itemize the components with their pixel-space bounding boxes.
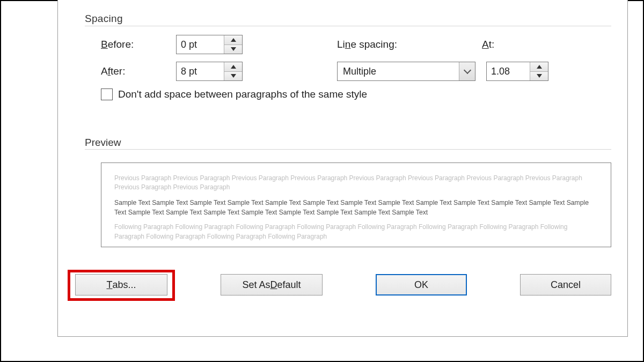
set-as-default-button[interactable]: Set As Default — [221, 274, 323, 295]
after-spinner[interactable] — [176, 62, 243, 81]
before-input[interactable] — [177, 35, 224, 54]
at-input[interactable] — [487, 62, 530, 80]
before-label: Before: — [101, 39, 176, 50]
preview-previous-text: Previous Paragraph Previous Paragraph Pr… — [114, 174, 598, 193]
caret-down-icon — [537, 74, 542, 78]
before-spinner[interactable] — [176, 35, 243, 54]
cancel-button[interactable]: Cancel — [520, 274, 611, 295]
caret-down-icon — [231, 74, 236, 78]
before-spin-down[interactable] — [224, 45, 242, 54]
preview-sample-text: Sample Text Sample Text Sample Text Samp… — [114, 198, 598, 218]
chevron-down-icon — [463, 67, 471, 74]
same-style-checkbox-label: Don't add space between paragraphs of th… — [118, 88, 367, 100]
after-label: After: — [101, 65, 176, 77]
tabs-button[interactable]: Tabs... — [75, 274, 167, 295]
line-spacing-dropdown[interactable]: Multiple — [337, 62, 475, 81]
window-frame: Spacing Before: Line spacing: At: After: — [0, 0, 644, 362]
tabs-button-highlight: Tabs... — [72, 271, 171, 299]
line-spacing-value: Multiple — [338, 62, 459, 80]
preview-following-text: Following Paragraph Following Paragraph … — [114, 223, 598, 241]
caret-up-icon — [537, 65, 542, 69]
caret-up-icon — [231, 65, 236, 69]
caret-up-icon — [231, 38, 236, 42]
dropdown-button[interactable] — [459, 62, 475, 80]
spacing-section-header: Spacing — [85, 13, 611, 26]
caret-down-icon — [231, 47, 236, 51]
at-spin-down[interactable] — [530, 72, 548, 81]
at-label: At: — [482, 39, 514, 50]
preview-box: Previous Paragraph Previous Paragraph Pr… — [101, 162, 611, 247]
ok-button[interactable]: OK — [376, 274, 467, 295]
paragraph-dialog: Spacing Before: Line spacing: At: After: — [57, 0, 628, 337]
same-style-checkbox[interactable] — [101, 88, 113, 100]
at-spin-up[interactable] — [530, 62, 548, 72]
line-spacing-label: Line spacing: — [337, 39, 482, 50]
after-spin-up[interactable] — [224, 62, 242, 72]
at-spinner[interactable] — [486, 62, 548, 81]
after-input[interactable] — [177, 62, 224, 80]
preview-section-header: Preview — [85, 137, 611, 150]
before-spin-up[interactable] — [224, 35, 242, 45]
after-spin-down[interactable] — [224, 72, 242, 81]
